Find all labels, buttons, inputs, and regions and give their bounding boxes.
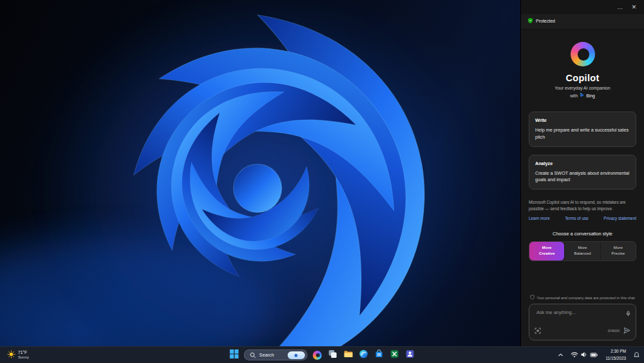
bing-icon — [580, 92, 584, 99]
search-label: Search — [260, 352, 285, 358]
copilot-subtitle: Your everyday AI companion — [529, 86, 636, 90]
bell-icon — [633, 349, 640, 361]
weather-widget-button[interactable]: 71°F Sunny — [3, 348, 33, 362]
bing-attribution: with Bing — [529, 92, 636, 99]
chat-input[interactable] — [535, 309, 620, 316]
search-icon — [250, 349, 256, 361]
data-protection-note: Your personal and company data are prote… — [529, 295, 636, 300]
legal-links: Learn more Terms of use Privacy statemen… — [529, 216, 636, 221]
style-more-creative-button[interactable]: More Creative — [529, 242, 564, 260]
style-option-line: More — [578, 245, 587, 250]
style-option-line: More — [614, 245, 623, 250]
input-footer: 0/4000 — [535, 325, 630, 337]
copilot-sidebar: … ✕ Protected Copilot Your everyday AI c… — [520, 0, 644, 346]
tray-overflow-button[interactable] — [554, 349, 567, 362]
teams-icon — [406, 349, 415, 361]
search-highlight-badge[interactable] — [287, 351, 305, 359]
notification-bell-button[interactable] — [630, 349, 643, 362]
ai-disclaimer: Microsoft Copilot uses AI to respond, so… — [529, 199, 636, 211]
card-title: Write — [535, 117, 630, 123]
char-counter: 0/4000 — [608, 329, 620, 333]
suggestion-card-write[interactable]: Write Help me prepare and write a succes… — [529, 112, 636, 147]
taskbar-app-copilot[interactable] — [310, 348, 324, 362]
mic-button[interactable] — [625, 308, 631, 320]
clock-button[interactable]: 2:30 PM 11/15/2023 — [602, 349, 629, 362]
style-more-precise-button[interactable]: More Precise — [600, 242, 636, 260]
style-option-line: Creative — [539, 251, 554, 256]
copilot-logo-icon — [571, 42, 595, 66]
taskbar: 71°F Sunny Search — [0, 346, 644, 363]
learn-more-link[interactable]: Learn more — [529, 216, 550, 221]
more-options-button[interactable]: … — [614, 3, 625, 12]
edge-icon — [359, 349, 368, 361]
sparkle-icon — [294, 353, 299, 358]
card-title: Analyze — [535, 161, 630, 166]
sun-icon — [7, 349, 15, 361]
folder-icon — [344, 349, 353, 361]
tray-date: 11/15/2023 — [605, 356, 626, 361]
chevron-up-icon — [557, 349, 564, 361]
taskbar-left: 71°F Sunny — [3, 347, 33, 363]
store-icon — [375, 349, 384, 361]
system-status-button[interactable] — [568, 349, 601, 362]
screenshot-button[interactable] — [535, 325, 541, 337]
card-body: Create a SWOT analysis about environment… — [535, 170, 630, 184]
task-view-icon — [328, 349, 337, 361]
style-option-line: More — [542, 245, 552, 250]
flex-spacer — [529, 261, 636, 295]
volume-icon — [580, 349, 588, 361]
privacy-statement-link[interactable]: Privacy statement — [603, 216, 636, 221]
shield-check-icon — [527, 17, 533, 25]
send-button[interactable] — [623, 325, 630, 337]
taskbar-center: Search — [227, 347, 417, 363]
protected-badge: Protected — [521, 14, 644, 30]
wifi-icon — [571, 349, 578, 361]
bing-label: Bing — [586, 93, 595, 98]
battery-icon — [590, 349, 598, 361]
conversation-style-title: Choose a conversation style — [529, 231, 636, 237]
protected-label: Protected — [536, 19, 555, 23]
copilot-title: Copilot — [529, 73, 636, 83]
weather-condition: Sunny — [18, 355, 29, 360]
terms-of-use-link[interactable]: Terms of use — [565, 216, 589, 221]
taskbar-app-excel[interactable] — [388, 348, 401, 362]
taskbar-right: 2:30 PM 11/15/2023 — [554, 347, 643, 363]
weather-temp: 71°F — [18, 350, 29, 355]
start-button[interactable] — [227, 348, 241, 362]
shield-outline-icon — [530, 295, 535, 300]
chat-input-box: 0/4000 — [529, 304, 636, 340]
windows-logo-icon — [229, 349, 238, 361]
search-box[interactable]: Search — [244, 349, 308, 360]
sidebar-body: Copilot Your everyday AI companion with … — [521, 30, 644, 346]
card-body: Help me prepare and write a successful s… — [535, 127, 630, 141]
conversation-style-group: More Creative More Balanced More Precise — [529, 241, 636, 260]
style-option-line: Balanced — [574, 251, 591, 256]
data-protection-text: Your personal and company data are prote… — [536, 296, 634, 300]
taskbar-app-store[interactable] — [372, 348, 386, 362]
suggestion-card-analyze[interactable]: Analyze Create a SWOT analysis about env… — [529, 155, 636, 190]
sidebar-titlebar: … ✕ — [521, 0, 644, 14]
style-option-line: Precise — [612, 251, 625, 256]
taskbar-app-teams[interactable] — [403, 348, 417, 362]
with-label: with — [570, 93, 578, 98]
close-button[interactable]: ✕ — [629, 3, 639, 12]
tray-time: 2:30 PM — [611, 349, 626, 354]
excel-icon — [390, 349, 399, 361]
taskbar-app-edge[interactable] — [357, 348, 370, 362]
copilot-icon — [313, 351, 322, 360]
taskbar-app-file-explorer[interactable] — [341, 348, 355, 362]
task-view-button[interactable] — [326, 348, 339, 362]
style-more-balanced-button[interactable]: More Balanced — [564, 242, 600, 260]
